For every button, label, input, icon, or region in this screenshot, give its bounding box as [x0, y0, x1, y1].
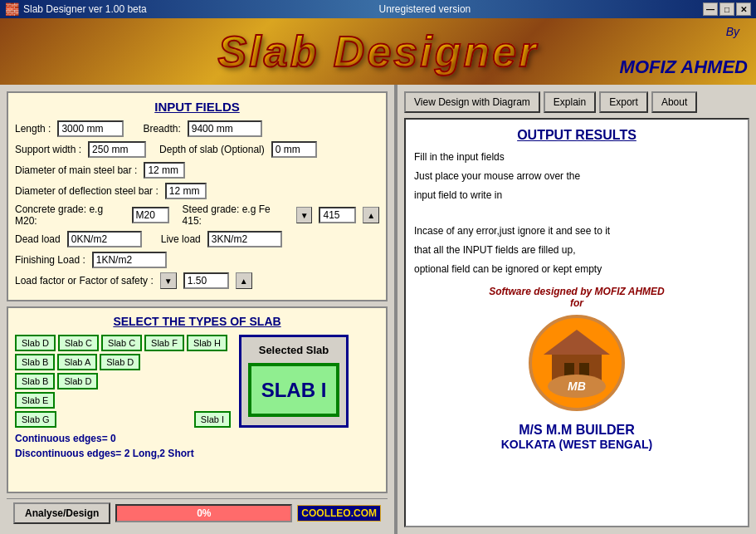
- slab-row-2: Slab B Slab A Slab D: [15, 354, 231, 370]
- svg-text:MB: MB: [568, 380, 586, 393]
- liveload-label: Live load: [161, 233, 201, 245]
- factor-label: Load factor or Factor of safety :: [15, 275, 154, 287]
- banner-title: Slab Designer: [218, 27, 539, 76]
- about-button[interactable]: About: [651, 91, 697, 113]
- slab-row-5: Slab G Slab I: [15, 411, 231, 428]
- steel-input[interactable]: [319, 207, 356, 223]
- title-bar: 🧱 Slab Designer ver 1.00 beta Unregister…: [0, 0, 756, 18]
- output-line2: Just place your mouse arrow over the: [414, 169, 739, 184]
- company-name: M/S M.M BUILDER: [519, 423, 635, 438]
- toolbar: View Design with Diagram Explain Export …: [404, 91, 749, 113]
- slab-b-2-button[interactable]: Slab B: [15, 373, 55, 389]
- right-panel: View Design with Diagram Explain Export …: [398, 85, 756, 534]
- slab-grid: Slab D Slab C Slab C Slab F Slab H Slab …: [15, 335, 231, 428]
- factor-input[interactable]: [183, 272, 229, 289]
- slab-row-3: Slab B Slab D: [15, 373, 231, 389]
- explain-button[interactable]: Explain: [544, 91, 596, 113]
- deadload-label: Dead load: [15, 233, 61, 245]
- deflection-label: Diameter of deflection steel bar :: [15, 185, 159, 197]
- breadth-input[interactable]: [188, 120, 262, 137]
- depth-label: Depth of slab (Optional): [159, 144, 265, 155]
- finishing-row: Finishing Load :: [15, 252, 379, 268]
- main-steel-input[interactable]: [144, 162, 185, 179]
- concrete-input[interactable]: [132, 207, 169, 223]
- support-label: Support width :: [15, 144, 81, 155]
- factor-up-button[interactable]: ▲: [236, 272, 252, 289]
- output-line4: Incase of any error,just ignore it and s…: [414, 223, 739, 239]
- support-input[interactable]: [88, 141, 146, 158]
- slab-section: SELECT THE TYPES OF SLAB Slab D Slab C S…: [7, 306, 388, 493]
- bottom-logo: COOLLEO.COM: [297, 505, 381, 522]
- app-title: Slab Designer ver 1.00 beta: [23, 3, 147, 15]
- slab-b-1-button[interactable]: Slab B: [15, 354, 55, 370]
- header-banner: Slab Designer By MOFIZ AHMED: [0, 18, 756, 85]
- continuous-edges: Continuous edges= 0: [15, 433, 379, 444]
- slab-h-button[interactable]: Slab H: [187, 335, 227, 351]
- slab-c-1-button[interactable]: Slab C: [58, 335, 99, 351]
- finishing-input[interactable]: [92, 252, 167, 268]
- length-label: Length :: [15, 123, 51, 135]
- steel-down-button[interactable]: ▼: [296, 207, 313, 223]
- minimize-button[interactable]: —: [703, 2, 718, 16]
- output-text: Fill in the input fields Just place your…: [414, 149, 739, 277]
- factor-down-button[interactable]: ▼: [160, 272, 177, 289]
- concrete-label: Concrete grade: e.g M20:: [15, 203, 125, 227]
- breadth-label: Breadth:: [143, 123, 180, 135]
- discontinuous-edges: Discontinuous edges= 2 Long,2 Short: [15, 448, 379, 459]
- slab-e-button[interactable]: Slab E: [15, 392, 55, 409]
- support-depth-row: Support width : Depth of slab (Optional): [15, 141, 379, 158]
- slab-layout: Slab D Slab C Slab C Slab F Slab H Slab …: [15, 335, 379, 428]
- depth-input[interactable]: [271, 141, 317, 158]
- view-design-button[interactable]: View Design with Diagram: [404, 91, 540, 113]
- selected-slab-display: SLAB I: [248, 363, 339, 417]
- slab-row-4: Slab E: [15, 392, 231, 409]
- edges-info: Continuous edges= 0 Discontinuous edges=…: [15, 433, 379, 459]
- slab-d-1-button[interactable]: Slab D: [15, 335, 56, 351]
- slab-row-1: Slab D Slab C Slab C Slab F Slab H: [15, 335, 231, 351]
- deadload-input[interactable]: [67, 231, 142, 247]
- logo-svg: MB: [527, 313, 627, 413]
- grade-row: Concrete grade: e.g M20: Steed grade: e.…: [15, 203, 379, 227]
- steel-label: Steed grade: e.g Fe 415:: [183, 203, 290, 227]
- maximize-button[interactable]: □: [719, 2, 734, 16]
- slab-f-button[interactable]: Slab F: [144, 335, 184, 351]
- deflection-row: Diameter of deflection steel bar :: [15, 183, 379, 199]
- length-input[interactable]: [57, 120, 124, 137]
- slab-d-2-button[interactable]: Slab D: [100, 354, 140, 370]
- finishing-label: Finishing Load :: [15, 254, 85, 266]
- progress-text: 0%: [197, 507, 211, 519]
- main-content: INPUT FIELDS Length : Breadth: Support w…: [0, 85, 756, 534]
- steel-up-button[interactable]: ▲: [363, 207, 379, 223]
- app-icon: 🧱: [5, 2, 19, 16]
- company-location: KOLKATA (WEST BENGAL): [501, 438, 653, 451]
- slab-g-button[interactable]: Slab G: [15, 411, 56, 428]
- main-steel-row: Diameter of main steel bar :: [15, 162, 379, 179]
- output-line3: input field to write in: [414, 188, 739, 203]
- analyse-button[interactable]: Analyse/Design: [13, 502, 110, 524]
- output-title: OUTPUT RESULTS: [414, 128, 739, 143]
- registration-status: Unregistered version: [379, 3, 471, 15]
- branding-area: Software designed by MOFIZ AHMED for: [414, 286, 739, 451]
- slab-c-2-button[interactable]: Slab C: [101, 335, 142, 351]
- main-steel-label: Diameter of main steel bar :: [15, 164, 137, 176]
- deflection-input[interactable]: [165, 183, 207, 199]
- output-line1: Fill in the input fields: [414, 149, 739, 165]
- banner-author: MOFIZ AHMED: [620, 56, 748, 78]
- slab-d-3-button[interactable]: Slab D: [57, 373, 98, 389]
- banner-by: By: [726, 25, 739, 38]
- export-button[interactable]: Export: [599, 91, 648, 113]
- left-panel: INPUT FIELDS Length : Breadth: Support w…: [0, 85, 394, 534]
- input-section-title: INPUT FIELDS: [15, 100, 379, 114]
- output-line6: optional field can be ignored or kept em…: [414, 262, 739, 277]
- logo-container: MB: [527, 313, 627, 416]
- slab-i-button[interactable]: Slab I: [194, 411, 231, 428]
- slab-a-button[interactable]: Slab A: [57, 354, 97, 370]
- load-row: Dead load Live load: [15, 231, 379, 247]
- selected-slab-box: Selected Slab SLAB I: [239, 335, 349, 428]
- close-button[interactable]: ✕: [736, 2, 751, 16]
- liveload-input[interactable]: [207, 231, 282, 247]
- factor-row: Load factor or Factor of safety : ▼ ▲: [15, 272, 379, 289]
- selected-slab-label: Selected Slab: [259, 344, 329, 356]
- bottom-bar: Analyse/Design 0% COOLLEO.COM: [7, 498, 388, 527]
- length-breadth-row: Length : Breadth:: [15, 120, 379, 137]
